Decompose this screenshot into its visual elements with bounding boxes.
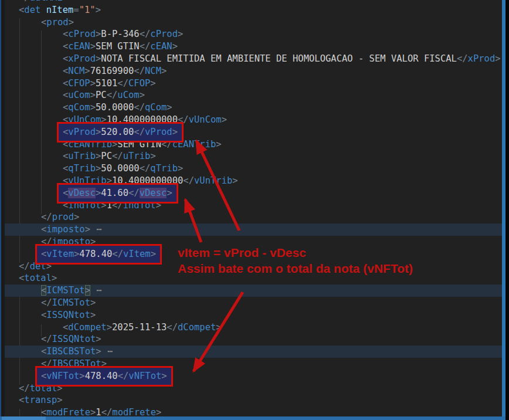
xml-token-punct: > <box>495 53 500 64</box>
code-line[interactable]: </prod> <box>5 211 502 223</box>
code-line[interactable]: <cEAN>SEM GTIN</cEAN> <box>5 40 502 53</box>
xml-token-punct: < <box>63 29 68 39</box>
xml-token-punct: > <box>96 151 101 161</box>
code-line[interactable]: <ICMSTot> ⋯ <box>5 284 502 297</box>
fold-ellipsis-icon[interactable]: ⋯ <box>90 285 103 296</box>
code-line[interactable]: <prod> <box>5 16 502 29</box>
code-line[interactable]: <qTrib>50.0000</qTrib> <box>5 162 502 175</box>
code-line[interactable]: <qCom>50.0000</qCom> <box>5 101 502 114</box>
scrollbar-thumb[interactable] <box>2 416 46 420</box>
xml-token-punct: > <box>178 163 183 174</box>
xml-token-xml-text: 76169900 <box>90 66 134 76</box>
scrollbar-horizontal[interactable] <box>0 416 505 420</box>
code-line[interactable]: <transp> <box>5 394 502 407</box>
xml-token-tagname: vUnTrib <box>194 175 232 186</box>
xml-tag: <imposto> <box>41 224 90 235</box>
xml-token-tagname: dCompet <box>178 322 216 333</box>
code-line[interactable]: <vDesc>41.60</vDesc> <box>5 187 502 199</box>
code-line[interactable]: <ISSQNtot> <box>5 309 502 321</box>
xml-token-xml-text: 520.00 <box>101 127 134 137</box>
xml-token-punct: </ <box>19 383 30 394</box>
xml-token-xml-text: PC <box>101 151 112 161</box>
xml-token-punct: < <box>41 249 46 259</box>
code-line[interactable]: <xProd>NOTA FISCAL EMITIDA EM AMBIENTE D… <box>5 53 502 65</box>
xml-token-punct: </ <box>134 127 145 137</box>
xml-token-punct: < <box>19 395 24 405</box>
annotation-text: vItem = vProd - vDesc Assim bate com o t… <box>178 245 413 276</box>
xml-tag: </qTrib> <box>140 163 184 174</box>
code-editor[interactable]: </autXML><det nItem="1"><prod><cProd>B-P… <box>5 0 502 419</box>
xml-token-xml-text: 5101 <box>96 78 117 89</box>
xml-token-punct: > <box>85 224 90 235</box>
xml-token-punct: </ <box>134 102 145 113</box>
xml-token-tagname: ISSQNtot <box>52 334 96 344</box>
code-line[interactable]: <dCompet>2025-11-13</dCompet> <box>5 321 502 334</box>
xml-tag: </uCom> <box>107 90 145 100</box>
xml-token-tagname: qCom <box>145 102 167 113</box>
xml-token-punct: < <box>63 78 68 89</box>
xml-tag: </vItem> <box>112 249 156 259</box>
xml-token-tagname: qCom <box>68 102 90 113</box>
xml-token-punct: > <box>74 249 79 259</box>
code-line[interactable]: <cProd>B-P-346</cProd> <box>5 28 502 40</box>
xml-tag: </uTrib> <box>112 151 156 161</box>
code-line[interactable]: <vNFTot>478.40</vNFTot> <box>5 370 502 382</box>
xml-tag: <vDesc> <box>63 188 101 198</box>
annotation-highlight-box: <vNFTot>478.40</vNFTot> <box>35 366 173 387</box>
code-line[interactable]: <imposto> ⋯ <box>5 223 502 236</box>
xml-token-tagname: vDesc <box>68 188 96 198</box>
code-line[interactable]: <CFOP>5101</CFOP> <box>5 77 502 90</box>
xml-token-punct: > <box>52 273 57 283</box>
code-line[interactable]: </ICMSTot> <box>5 297 502 309</box>
xml-tag: </CFOP> <box>117 78 155 89</box>
annotation-line-2: Assim bate com o total da nota (vNFTot) <box>178 260 413 276</box>
fold-ellipsis-icon[interactable]: ⋯ <box>90 224 103 235</box>
xml-token-punct: > <box>150 78 155 89</box>
xml-token-xml-text: 50.0000 <box>96 102 134 113</box>
xml-token-tagname: cProd <box>68 29 96 39</box>
xml-token-punct: </ <box>19 261 30 272</box>
xml-token-punct: < <box>63 163 68 174</box>
xml-tag: <xProd> <box>63 53 101 64</box>
xml-token-xml-text: SEM GTIN <box>96 41 140 52</box>
xml-tag: </dCompet> <box>167 322 221 333</box>
xml-token-tagname: vUnCom <box>189 114 222 125</box>
xml-token-punct: > <box>107 322 112 333</box>
xml-token-tagname: vItem <box>123 249 151 259</box>
code-line[interactable]: <NCM>76169900</NCM> <box>5 65 502 77</box>
xml-editor-window: </autXML><det nItem="1"><prod><cProd>B-P… <box>0 0 509 420</box>
code-line[interactable]: <IBSCBSTot> ⋯ <box>5 346 502 358</box>
xml-token-punct: < <box>41 346 46 357</box>
xml-token-tagname: qTrib <box>68 163 96 174</box>
xml-tag: <vItem> <box>41 249 79 259</box>
xml-tag: <det nItem="1"> <box>19 5 101 15</box>
xml-token-punct: < <box>41 310 46 320</box>
xml-token-tagname: transp <box>24 395 57 405</box>
xml-token-tagname: vProd <box>68 127 96 137</box>
code-line[interactable]: </ISSQNtot> <box>5 333 502 346</box>
xml-token-punct: < <box>63 127 68 137</box>
code-line[interactable]: <vProd>520.00</vProd> <box>5 126 502 138</box>
xml-token-punct: > <box>167 102 172 113</box>
xml-token-punct: </ <box>183 175 194 186</box>
xml-token-punct: < <box>63 90 68 100</box>
xml-token-tagname: autXML <box>30 0 63 3</box>
xml-token-punct: > <box>90 297 96 308</box>
xml-token-punct: > <box>90 41 96 52</box>
xml-token-punct: </ <box>140 41 151 52</box>
code-line[interactable]: <uTrib>PC</uTrib> <box>5 150 502 162</box>
xml-token-punct: > <box>96 334 101 344</box>
code-line[interactable]: </autXML> <box>5 0 502 4</box>
xml-tag: </cEAN> <box>140 41 178 52</box>
xml-token-punct: < <box>19 273 24 283</box>
xml-tag: </vDesc> <box>128 188 172 198</box>
xml-tag: </ICMSTot> <box>41 297 96 308</box>
xml-tag: <cProd> <box>63 29 101 39</box>
xml-tag: </prod> <box>41 212 79 222</box>
xml-token-tagname: CFOP <box>128 78 150 89</box>
xml-tag: <NCM> <box>63 66 90 76</box>
code-line[interactable]: <uCom>PC</uCom> <box>5 89 502 101</box>
code-line[interactable]: <det nItem="1"> <box>5 4 502 16</box>
fold-ellipsis-icon[interactable]: ⋯ <box>101 346 114 357</box>
xml-tag: </autXML> <box>19 0 68 3</box>
